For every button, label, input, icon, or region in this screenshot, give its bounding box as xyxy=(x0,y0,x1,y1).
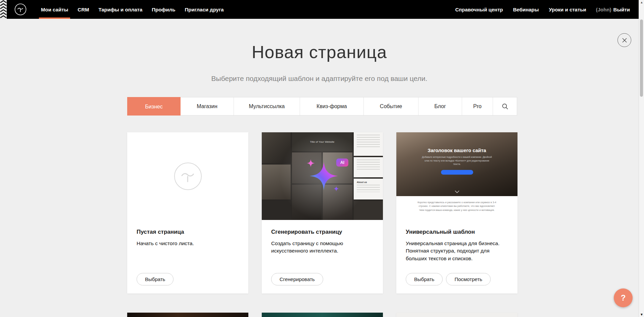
nav-lessons[interactable]: Уроки и статьи xyxy=(544,7,591,12)
tilda-logo[interactable] xyxy=(14,3,27,16)
page-title: Новая страница xyxy=(0,42,639,62)
template-preview-image xyxy=(127,313,248,317)
template-cover-caption: Добавьте интересные подробности о вашей … xyxy=(421,155,493,166)
help-button[interactable]: ? xyxy=(614,288,633,307)
template-preview-image xyxy=(396,313,517,317)
nav-webinars[interactable]: Вебинары xyxy=(508,7,544,12)
tab-blog[interactable]: Блог xyxy=(418,97,462,115)
tab-pro[interactable]: Pro xyxy=(462,97,493,115)
choose-button[interactable]: Выбрать xyxy=(406,273,443,285)
template-preview-image xyxy=(262,313,383,317)
scrollbar-thumb[interactable] xyxy=(640,19,643,97)
card-description: Создать страницу с помощью искусственног… xyxy=(271,240,374,255)
small-sparkle-icon xyxy=(306,159,315,168)
main-nav: Мои сайты CRM Тарифы и оплата Профиль Пр… xyxy=(36,0,229,19)
template-card-ai-generate: Title of Your Website About us xyxy=(262,132,383,293)
template-card-universal: Заголовок вашего сайта Добавьте интересн… xyxy=(396,132,517,293)
card-description: Начать с чистого листа. xyxy=(137,240,239,247)
small-sparkle-icon xyxy=(333,186,339,192)
template-body-text: Коротко представьтесь и расскажите о ком… xyxy=(417,196,497,212)
user-name: (John) xyxy=(596,7,611,12)
card-description: Универсальная страница для бизнеса. Поня… xyxy=(406,240,508,262)
tab-store[interactable]: Магазин xyxy=(181,97,234,115)
tab-multilink[interactable]: Мультиссылка xyxy=(234,97,300,115)
card-title: Сгенерировать страницу xyxy=(271,229,374,235)
chevron-down-icon xyxy=(455,190,459,193)
zigzag-decoration xyxy=(0,0,7,19)
ai-collage-preview: Title of Your Website About us xyxy=(262,132,383,220)
logout-link[interactable]: Выйти xyxy=(613,7,630,12)
nav-help-center[interactable]: Справочный центр xyxy=(450,7,508,12)
secondary-nav: Справочный центр Вебинары Уроки и статьи… xyxy=(450,7,639,12)
template-card-blank: Пустая страница Начать с чистого листа. … xyxy=(127,132,248,293)
preview-button[interactable]: Посмотреть xyxy=(446,273,491,285)
template-cover-cta-button xyxy=(441,170,473,175)
scroll-down-icon[interactable]: ▼ xyxy=(639,313,644,316)
template-cards-grid: Пустая страница Начать с чистого листа. … xyxy=(127,132,517,317)
top-navigation-bar: Мои сайты CRM Тарифы и оплата Профиль Пр… xyxy=(0,0,639,19)
search-icon xyxy=(502,103,508,110)
nav-crm[interactable]: CRM xyxy=(73,0,94,19)
ai-badge: AI xyxy=(336,158,348,167)
tab-event[interactable]: Событие xyxy=(364,97,418,115)
blank-preview xyxy=(127,132,248,220)
template-cover-heading: Заголовок вашего сайта xyxy=(396,132,517,153)
page-subtitle: Выберите подходящий шаблон и адаптируйте… xyxy=(0,75,639,83)
tab-search[interactable] xyxy=(493,97,517,115)
user-box: (John) Выйти xyxy=(591,7,630,12)
template-card-partial[interactable] xyxy=(262,313,383,317)
card-title: Пустая страница xyxy=(137,229,239,235)
template-cover: Заголовок вашего сайта Добавьте интересн… xyxy=(396,132,517,196)
card-title: Универсальный шаблон xyxy=(406,229,508,235)
universal-template-preview: Заголовок вашего сайта Добавьте интересн… xyxy=(396,132,517,220)
nav-invite-friend[interactable]: Пригласи друга xyxy=(180,0,228,19)
generate-button[interactable]: Сгенерировать xyxy=(271,273,323,285)
template-card-partial[interactable] xyxy=(127,313,248,317)
template-category-tabs: Бизнес Магазин Мультиссылка Квиз-форма С… xyxy=(127,97,517,116)
choose-button[interactable]: Выбрать xyxy=(137,273,174,285)
nav-profile[interactable]: Профиль xyxy=(147,0,180,19)
tab-quiz-form[interactable]: Квиз-форма xyxy=(300,97,364,115)
vertical-scrollbar[interactable]: ▲ ▼ xyxy=(639,0,644,317)
template-card-partial[interactable] xyxy=(396,313,517,317)
nav-tariffs[interactable]: Тарифы и оплата xyxy=(94,0,147,19)
tilda-watermark-icon xyxy=(174,162,202,191)
nav-my-sites[interactable]: Мои сайты xyxy=(36,0,73,19)
tab-business[interactable]: Бизнес xyxy=(127,97,181,116)
template-body-section: Коротко представьтесь и расскажите о ком… xyxy=(396,196,517,220)
scroll-up-icon[interactable]: ▲ xyxy=(639,1,644,4)
